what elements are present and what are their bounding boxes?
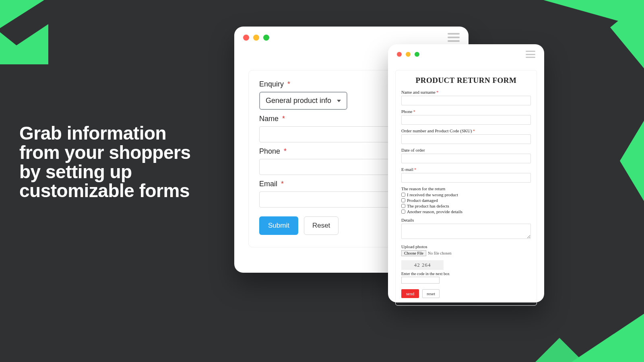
choose-file-button[interactable]: Choose File — [401, 250, 426, 256]
minimize-dot-icon[interactable] — [253, 35, 259, 41]
file-status-text: No file chosen — [428, 251, 451, 255]
reset-button-b[interactable]: reset — [422, 289, 440, 298]
file-picker: Choose File No file chosen — [401, 250, 531, 256]
return-name-label: Name and surname* — [401, 90, 531, 95]
return-email-label: E-mail* — [401, 167, 531, 172]
details-textarea[interactable] — [401, 224, 531, 239]
reason-option[interactable]: I received the wrong product — [401, 192, 531, 197]
phone-label-text: Phone — [259, 147, 280, 155]
captcha-label: Enter the code in the next box — [401, 272, 531, 276]
minimize-dot-icon[interactable] — [406, 52, 411, 57]
reason-option[interactable]: Another reason, provide details — [401, 209, 531, 214]
return-name-input[interactable] — [401, 96, 531, 105]
reason-checkbox[interactable] — [401, 193, 405, 197]
reason-text: Product damaged — [407, 198, 438, 203]
headline-text: Grab information from your shoppers by s… — [19, 124, 204, 201]
close-dot-icon[interactable] — [397, 52, 402, 57]
hamburger-icon[interactable] — [448, 33, 460, 42]
window-titlebar — [234, 27, 469, 46]
required-asterisk: * — [436, 90, 439, 95]
window-return-form: PRODUCT RETURN FORM Name and surname* Ph… — [388, 44, 544, 302]
name-label-text: Name — [259, 115, 279, 123]
return-order-input[interactable] — [401, 134, 531, 144]
close-dot-icon[interactable] — [243, 35, 249, 41]
reason-checkbox[interactable] — [401, 198, 405, 202]
reset-button[interactable]: Reset — [304, 216, 339, 235]
reason-option[interactable]: The product has defects — [401, 204, 531, 208]
reason-option[interactable]: Product damaged — [401, 198, 531, 203]
window-titlebar — [388, 44, 544, 62]
return-email-input[interactable] — [401, 173, 531, 183]
captcha-code: 42 264 — [401, 260, 444, 270]
return-date-input[interactable] — [401, 154, 531, 163]
captcha-input[interactable] — [401, 277, 440, 284]
return-date-label: Date of order — [401, 148, 531, 152]
reason-text: Another reason, provide details — [407, 209, 462, 214]
decor-triangle — [572, 314, 644, 362]
enquiry-selected-value: General product info — [266, 97, 331, 105]
required-asterisk: * — [282, 115, 285, 123]
hamburger-icon[interactable] — [526, 51, 535, 58]
return-form-title: PRODUCT RETURN FORM — [401, 76, 531, 85]
decor-triangle — [620, 121, 644, 201]
return-order-label: Order number and Product Code (SKU)* — [401, 128, 531, 133]
required-asterisk: * — [287, 80, 290, 88]
upload-label: Upload photos — [401, 244, 531, 249]
details-label: Details — [401, 218, 531, 222]
reason-checkbox[interactable] — [401, 210, 405, 214]
required-asterisk: * — [414, 167, 417, 172]
required-asterisk: * — [284, 147, 287, 155]
reason-text: The product has defects — [407, 204, 449, 208]
traffic-lights — [397, 52, 419, 57]
chevron-down-icon — [337, 100, 341, 102]
enquiry-select[interactable]: General product info — [259, 92, 347, 110]
decor-triangle — [535, 338, 584, 362]
reason-checkbox[interactable] — [401, 204, 405, 208]
required-asterisk: * — [281, 180, 284, 188]
send-button[interactable]: send — [401, 289, 419, 298]
return-phone-input[interactable] — [401, 115, 531, 125]
fullscreen-dot-icon[interactable] — [263, 35, 269, 41]
traffic-lights — [243, 35, 269, 41]
return-form-card: PRODUCT RETURN FORM Name and surname* Ph… — [395, 70, 537, 306]
fullscreen-dot-icon[interactable] — [415, 52, 419, 57]
return-phone-label: Phone* — [401, 109, 531, 114]
return-reason-label: The reason for the return — [401, 186, 531, 191]
submit-button[interactable]: Submit — [259, 216, 298, 235]
email-label-text: Email — [259, 180, 277, 188]
reason-text: I received the wrong product — [407, 192, 458, 197]
enquiry-label-text: Enquiry — [259, 80, 284, 88]
required-asterisk: * — [413, 109, 416, 114]
required-asterisk: * — [473, 128, 475, 133]
